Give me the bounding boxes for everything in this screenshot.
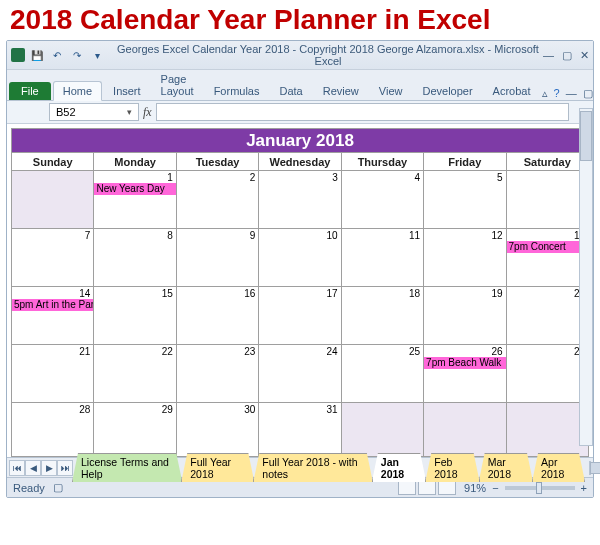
calendar-cell[interactable]: 9: [176, 229, 258, 287]
maximize-icon[interactable]: ▢: [562, 49, 572, 62]
tab-insert[interactable]: Insert: [104, 82, 150, 100]
tab-home[interactable]: Home: [53, 81, 102, 101]
calendar-cell[interactable]: [506, 403, 588, 457]
vertical-scrollbar[interactable]: [579, 108, 593, 446]
calendar-cell[interactable]: [424, 403, 506, 457]
calendar-cell[interactable]: 15: [94, 287, 176, 345]
calendar-cell[interactable]: 145pm Art in the Park: [12, 287, 94, 345]
inner-minimize-icon[interactable]: —: [566, 87, 577, 100]
inner-restore-icon[interactable]: ▢: [583, 87, 593, 100]
sheet-tab[interactable]: Full Year 2018: [181, 453, 254, 482]
sheet-tab[interactable]: License Terms and Help: [72, 453, 182, 482]
calendar-cell[interactable]: 29: [94, 403, 176, 457]
calendar-cell[interactable]: 24: [259, 345, 341, 403]
calendar-cell[interactable]: 3: [259, 171, 341, 229]
calendar-event[interactable]: 7pm Concert: [507, 241, 588, 253]
day-number: 9: [250, 230, 256, 241]
calendar-cell[interactable]: 20: [506, 287, 588, 345]
view-normal-button[interactable]: [398, 481, 416, 495]
calendar-cell[interactable]: 21: [12, 345, 94, 403]
calendar-cell[interactable]: 31: [259, 403, 341, 457]
calendar-event[interactable]: New Years Day: [94, 183, 175, 195]
day-number: 1: [167, 172, 173, 183]
qat-dropdown-icon[interactable]: ▾: [89, 47, 105, 63]
tab-acrobat[interactable]: Acrobat: [484, 82, 540, 100]
calendar-cell[interactable]: 2: [176, 171, 258, 229]
excel-window: 💾 ↶ ↷ ▾ Georges Excel Calendar Year 2018…: [6, 40, 594, 498]
calendar-cell[interactable]: 16: [176, 287, 258, 345]
calendar-cell[interactable]: 27: [506, 345, 588, 403]
calendar-cell[interactable]: 267pm Beach Walk: [424, 345, 506, 403]
worksheet-area[interactable]: January 2018 SundayMondayTuesdayWednesda…: [7, 124, 593, 457]
zoom-out-button[interactable]: −: [492, 482, 498, 494]
calendar-cell[interactable]: 22: [94, 345, 176, 403]
namebox-dropdown-icon[interactable]: ▾: [127, 107, 132, 117]
calendar-cell[interactable]: 6: [506, 171, 588, 229]
calendar-event[interactable]: 7pm Beach Walk: [424, 357, 505, 369]
calendar-cell[interactable]: 137pm Concert: [506, 229, 588, 287]
tab-nav-last-icon[interactable]: ⏭: [57, 460, 73, 476]
undo-icon[interactable]: ↶: [49, 47, 65, 63]
name-box[interactable]: B52 ▾: [49, 103, 139, 121]
calendar-cell[interactable]: 17: [259, 287, 341, 345]
tab-formulas[interactable]: Formulas: [205, 82, 269, 100]
calendar-cell[interactable]: 10: [259, 229, 341, 287]
calendar-cell[interactable]: 8: [94, 229, 176, 287]
zoom-in-button[interactable]: +: [581, 482, 587, 494]
tab-page-layout[interactable]: Page Layout: [152, 70, 203, 100]
tab-nav-prev-icon[interactable]: ◀: [25, 460, 41, 476]
ribbon-minimize-icon[interactable]: ▵: [542, 87, 548, 100]
sheet-tabs-bar: ⏮ ◀ ▶ ⏭ License Terms and HelpFull Year …: [7, 457, 593, 477]
tab-nav-first-icon[interactable]: ⏮: [9, 460, 25, 476]
calendar-cell[interactable]: [12, 171, 94, 229]
redo-icon[interactable]: ↷: [69, 47, 85, 63]
calendar-cell[interactable]: 28: [12, 403, 94, 457]
sheet-tab[interactable]: Jan 2018: [372, 453, 426, 482]
zoom-thumb[interactable]: [536, 482, 542, 494]
calendar-cell[interactable]: 25: [341, 345, 423, 403]
sheet-tab[interactable]: Full Year 2018 - with notes: [253, 453, 373, 482]
sheet-tab[interactable]: Mar 2018: [479, 453, 533, 482]
view-page-layout-button[interactable]: [418, 481, 436, 495]
calendar-event[interactable]: 5pm Art in the Park: [12, 299, 93, 311]
formula-bar[interactable]: [156, 103, 569, 121]
day-number: 25: [409, 346, 420, 357]
tab-nav-next-icon[interactable]: ▶: [41, 460, 57, 476]
close-icon[interactable]: ✕: [580, 49, 589, 62]
tab-developer[interactable]: Developer: [413, 82, 481, 100]
fx-icon[interactable]: fx: [143, 105, 152, 120]
sheet-tab[interactable]: Feb 2018: [425, 453, 479, 482]
tab-review[interactable]: Review: [314, 82, 368, 100]
calendar-cell[interactable]: 4: [341, 171, 423, 229]
calendar-cell[interactable]: 23: [176, 345, 258, 403]
zoom-slider[interactable]: [505, 486, 575, 490]
calendar-cell[interactable]: 30: [176, 403, 258, 457]
help-icon[interactable]: ?: [554, 87, 560, 100]
sheet-tab[interactable]: Apr 2018: [532, 453, 585, 482]
day-number: 17: [327, 288, 338, 299]
day-header: Thursday: [341, 153, 423, 171]
calendar-cell[interactable]: 7: [12, 229, 94, 287]
vscroll-thumb[interactable]: [580, 111, 592, 161]
calendar-cell[interactable]: 5: [424, 171, 506, 229]
excel-icon: [11, 48, 25, 62]
macro-record-icon[interactable]: ▢: [53, 481, 63, 494]
calendar-cell[interactable]: 19: [424, 287, 506, 345]
calendar-cell[interactable]: [341, 403, 423, 457]
calendar-cell[interactable]: 1New Years Day: [94, 171, 176, 229]
minimize-icon[interactable]: —: [543, 49, 554, 62]
tab-data[interactable]: Data: [270, 82, 311, 100]
view-page-break-button[interactable]: [438, 481, 456, 495]
hscroll-thumb[interactable]: [590, 462, 600, 474]
day-number: 23: [244, 346, 255, 357]
day-number: 24: [327, 346, 338, 357]
day-number: 5: [497, 172, 503, 183]
horizontal-scrollbar[interactable]: [589, 461, 591, 475]
tab-file[interactable]: File: [9, 82, 51, 100]
tab-view[interactable]: View: [370, 82, 412, 100]
day-number: 15: [162, 288, 173, 299]
calendar-cell[interactable]: 11: [341, 229, 423, 287]
calendar-cell[interactable]: 12: [424, 229, 506, 287]
calendar-cell[interactable]: 18: [341, 287, 423, 345]
save-icon[interactable]: 💾: [29, 47, 45, 63]
